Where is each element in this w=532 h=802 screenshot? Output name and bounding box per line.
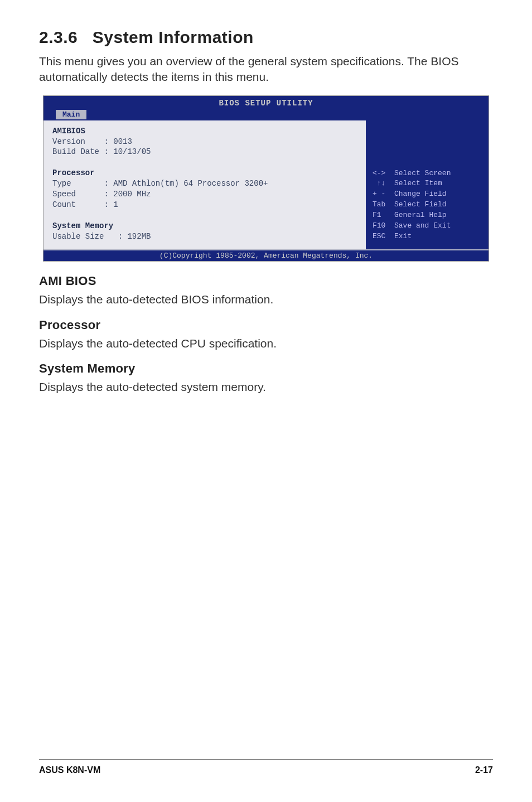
processor-speed: Speed : 2000 MHz xyxy=(52,189,357,200)
help-row-6: ESC Exit xyxy=(373,231,483,242)
processor-heading: Processor xyxy=(52,168,357,178)
bios-tab-main: Main xyxy=(56,110,86,119)
processor-type: Type : AMD Athlon(tm) 64 Processor 3200+ xyxy=(52,178,357,189)
bios-left-panel: AMIBIOS Version : 0013 Build Date : 10/1… xyxy=(43,120,366,250)
amibios-build: Build Date : 10/13/05 xyxy=(52,147,357,157)
processor-count: Count : 1 xyxy=(52,200,357,210)
help-row-1: ↑↓ Select Item xyxy=(373,178,483,189)
system-memory-heading: System Memory xyxy=(39,361,493,376)
bios-copyright: (C)Copyright 1985-2002, American Megatre… xyxy=(43,249,489,261)
help-row-0: <-> Select Screen xyxy=(373,168,483,179)
ami-bios-heading: AMI BIOS xyxy=(39,274,493,288)
help-row-5: F10 Save and Exit xyxy=(373,221,483,231)
section-number: 2.3.6 xyxy=(39,28,78,46)
bios-utility-title: BIOS SETUP UTILITY xyxy=(43,98,489,108)
help-row-4: F1 General Help xyxy=(373,210,483,221)
bios-help-panel: <-> Select Screen ↑↓ Select Item + - Cha… xyxy=(366,120,489,250)
ami-bios-text: Displays the auto-detected BIOS informat… xyxy=(39,292,493,307)
bios-body: AMIBIOS Version : 0013 Build Date : 10/1… xyxy=(43,120,489,250)
footer-page-number: 2-17 xyxy=(475,765,493,775)
bios-header: BIOS SETUP UTILITY Main xyxy=(43,96,489,120)
bios-screenshot: BIOS SETUP UTILITY Main AMIBIOS Version … xyxy=(43,95,489,262)
page-footer: ASUS K8N-VM 2-17 xyxy=(39,759,493,775)
help-row-3: Tab Select Field xyxy=(373,200,483,210)
memory-heading: System Memory xyxy=(52,221,357,231)
processor-sub-heading: Processor xyxy=(39,318,493,332)
section-intro: This menu gives you an overview of the g… xyxy=(39,54,493,85)
help-row-2: + - Change Field xyxy=(373,189,483,200)
footer-product: ASUS K8N-VM xyxy=(39,765,100,775)
memory-usable: Usable Size : 192MB xyxy=(52,231,357,242)
amibios-heading: AMIBIOS xyxy=(52,126,357,137)
section-heading: 2.3.6 System Information xyxy=(39,28,493,47)
section-title-text: System Information xyxy=(93,28,254,46)
system-memory-text: Displays the auto-detected system memory… xyxy=(39,379,493,395)
processor-sub-text: Displays the auto-detected CPU specifica… xyxy=(39,336,493,351)
amibios-version: Version : 0013 xyxy=(52,137,357,147)
